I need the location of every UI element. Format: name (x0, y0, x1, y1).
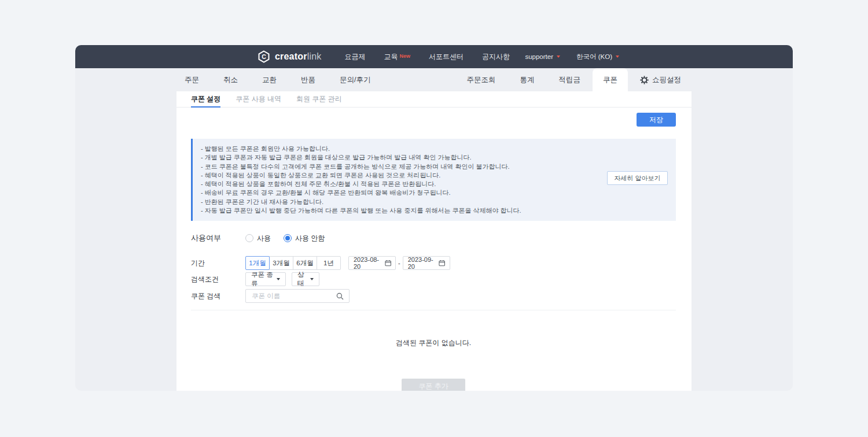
topbar-right: supporter 한국어 (KO) (525, 53, 619, 61)
subnav-item-order[interactable]: 주문 (172, 68, 211, 91)
topbar-item-pricing[interactable]: 요금제 (335, 52, 374, 62)
new-badge: New (399, 53, 410, 59)
preset-6months[interactable]: 6개월 (293, 256, 317, 270)
gear-icon (640, 76, 649, 84)
start-date-input[interactable]: 2023-08-20 (348, 256, 396, 270)
content-panel: 쿠폰 설정 쿠폰 사용 내역 회원 쿠폰 관리 저장 - 발행된 모든 쿠폰은 … (176, 91, 692, 391)
creatorlink-logo[interactable]: C creatorlink (258, 50, 321, 63)
period-row: 기간 1개월 3개월 6개월 1년 2023-08-20 (191, 256, 676, 270)
period-label: 기간 (191, 258, 245, 268)
radio-circle (284, 234, 292, 242)
subnav-item-return[interactable]: 반품 (289, 68, 328, 91)
save-button[interactable]: 저장 (637, 113, 676, 127)
date-range-separator: - (398, 260, 400, 266)
learn-more-button[interactable]: 자세히 알아보기 (607, 171, 668, 185)
chevron-down-icon (557, 55, 560, 58)
subnav-item-exchange[interactable]: 교환 (250, 68, 289, 91)
search-condition-label: 검색조건 (191, 275, 245, 284)
topbar-item-notice[interactable]: 공지사항 (473, 52, 519, 62)
status-select[interactable]: 상태 (292, 272, 319, 286)
radio-use[interactable]: 사용 (245, 234, 271, 243)
panel-body: 저장 - 발행된 모든 쿠폰은 회원만 사용 가능합니다. - 개별 발급 쿠폰… (176, 113, 692, 391)
save-row: 저장 (191, 113, 676, 127)
notice-line: - 자동 발급 쿠폰만 일시 발행 중단 가능하며 다른 쿠폰의 발행 또는 사… (201, 206, 667, 215)
coupon-search-box (245, 289, 350, 303)
topbar: C creatorlink 요금제 교육New 서포트센터 공지사항 suppo… (75, 45, 793, 68)
notice-line: - 발행된 모든 쿠폰은 회원만 사용 가능합니다. (201, 145, 667, 153)
coupon-search-form: 사용여부 사용 사용 안함 기간 (191, 233, 676, 303)
radio-not-use[interactable]: 사용 안함 (284, 234, 325, 243)
subnav-item-stats[interactable]: 통계 (508, 68, 547, 91)
tab-coupon-settings[interactable]: 쿠폰 설정 (191, 91, 220, 108)
chevron-down-icon (277, 278, 280, 280)
creatorlink-logo-icon: C (258, 50, 270, 63)
coupon-search-label: 쿠폰 검색 (191, 291, 245, 301)
subnav-item-cancel[interactable]: 취소 (211, 68, 250, 91)
calendar-icon (385, 260, 391, 266)
chevron-down-icon (616, 55, 619, 58)
empty-results-message: 검색된 쿠폰이 없습니다. (191, 338, 676, 348)
account-menu[interactable]: supporter (525, 53, 560, 60)
admin-window: C creatorlink 요금제 교육New 서포트센터 공지사항 suppo… (75, 45, 793, 391)
subnav-item-order-lookup[interactable]: 주문조회 (455, 68, 508, 91)
end-date-input[interactable]: 2023-09-20 (403, 256, 450, 270)
subnav: 주문 취소 교환 반품 문의/후기 주문조회 통계 적립금 쿠폰 (75, 68, 793, 91)
results-divider (191, 310, 676, 310)
period-preset-group: 1개월 3개월 6개월 1년 (245, 256, 341, 270)
notice-line: - 혜택이 적용된 상품이 동일한 상품으로 교환 되면 쿠폰은 사용된 것으로… (201, 171, 667, 180)
preset-1year[interactable]: 1년 (317, 256, 341, 270)
subnav-item-coupon[interactable]: 쿠폰 (593, 68, 628, 91)
calendar-icon (439, 260, 445, 266)
subnav-item-points[interactable]: 적립금 (547, 68, 593, 91)
topbar-menu: 요금제 교육New 서포트센터 공지사항 (335, 52, 519, 62)
notice-box: - 발행된 모든 쿠폰은 회원만 사용 가능합니다. - 개별 발급 쿠폰과 자… (191, 139, 676, 221)
notice-line: - 혜택이 적용된 상품을 포함하여 전체 주문 취소/환불 시 적용된 쿠폰은… (201, 180, 667, 188)
subnav-item-inquiry[interactable]: 문의/후기 (328, 68, 382, 91)
topbar-item-support-center[interactable]: 서포트센터 (420, 52, 473, 62)
subnav-item-shop-settings[interactable]: 쇼핑설정 (628, 68, 693, 91)
brand-name: creatorlink (275, 51, 321, 62)
coupon-tabs: 쿠폰 설정 쿠폰 사용 내역 회원 쿠폰 관리 (176, 91, 692, 108)
coupon-type-select[interactable]: 쿠폰 종류 (245, 272, 286, 286)
chevron-down-icon (310, 278, 314, 280)
notice-line: - 코드 쿠폰은 불특정 다수의 고객에게 쿠폰 코드를 공개하는 방식으로 제… (201, 162, 667, 171)
preset-1month[interactable]: 1개월 (245, 256, 270, 270)
subnav-right: 주문조회 통계 적립금 쿠폰 쇼핑설정 (455, 68, 694, 91)
tab-coupon-usage-history[interactable]: 쿠폰 사용 내역 (236, 91, 281, 108)
notice-line: - 배송비 무료 쿠폰의 경우 교환/환불 시 해당 쿠폰은 반환되며 왕복 배… (201, 188, 667, 197)
coupon-search-input[interactable] (252, 292, 336, 299)
topbar-item-education[interactable]: 교육New (374, 52, 420, 62)
coupon-search-row: 쿠폰 검색 (191, 289, 676, 303)
usage-label: 사용여부 (191, 233, 245, 243)
svg-text:C: C (262, 53, 266, 60)
search-condition-row: 검색조건 쿠폰 종류 상태 (191, 272, 676, 286)
add-coupon-button[interactable]: 쿠폰 추가 (402, 379, 465, 391)
radio-circle (245, 234, 253, 242)
language-menu[interactable]: 한국어 (KO) (576, 53, 619, 61)
tab-member-coupon-management[interactable]: 회원 쿠폰 관리 (296, 91, 342, 108)
subnav-left: 주문 취소 교환 반품 문의/후기 (172, 68, 382, 91)
usage-radio-group: 사용 사용 안함 (245, 234, 325, 243)
search-icon[interactable] (336, 292, 344, 300)
notice-line: - 개별 발급 쿠폰과 자동 발급 쿠폰은 회원을 대상으로 발급 가능하며 발… (201, 153, 667, 162)
notice-line: - 반환된 쿠폰은 기간 내 재사용 가능합니다. (201, 198, 667, 206)
usage-row: 사용여부 사용 사용 안함 (191, 233, 676, 243)
preset-3months[interactable]: 3개월 (269, 256, 293, 270)
